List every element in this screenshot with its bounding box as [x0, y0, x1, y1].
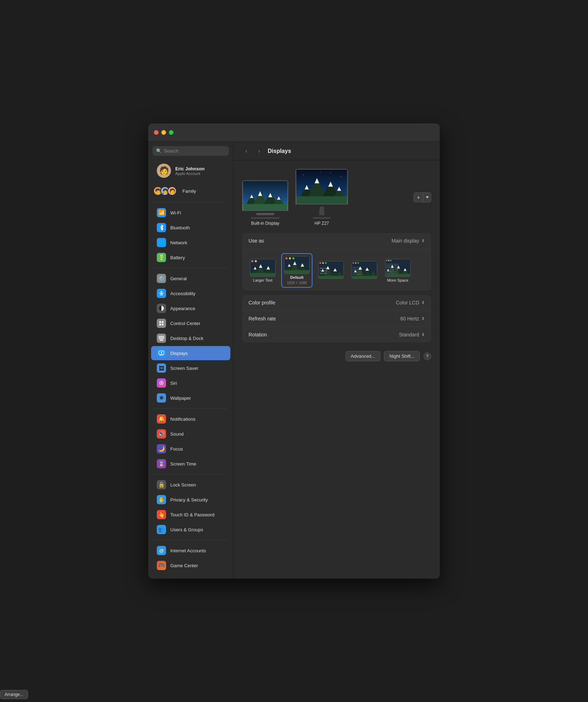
sidebar-item-control-center[interactable]: Control Center [151, 316, 230, 330]
default-sublabel: 1920 × 1080 [287, 281, 307, 285]
sidebar-item-privacy-security[interactable]: ✋ Privacy & Security [151, 493, 230, 507]
display-builtin: Built-in Display [242, 180, 288, 226]
resolution-options: Larger Text [248, 253, 426, 288]
rotation-stepper: ⬍ [421, 332, 425, 337]
svg-point-100 [390, 260, 392, 261]
sidebar-item-general[interactable]: ⚙️ General [151, 271, 230, 286]
color-profile-control[interactable]: Color LCD ⬍ [396, 300, 425, 305]
larger-text-label: Larger Text [253, 278, 273, 282]
display-screen-external[interactable] [295, 169, 348, 204]
svg-point-0 [161, 291, 162, 292]
sidebar-item-users-groups[interactable]: 👥 Users & Groups [151, 522, 230, 537]
sound-icon: 🔊 [157, 429, 166, 438]
back-button[interactable]: ‹ [242, 147, 251, 155]
family-avatars: 🧒 👧 🧑 [155, 186, 177, 196]
sidebar-item-accessibility[interactable]: Accessibility [151, 286, 230, 301]
res-option-more-space[interactable]: Here's to the crazy one troublemakers. T… [383, 257, 413, 284]
sidebar-item-notifications[interactable]: 🔔 Notifications [151, 412, 230, 426]
notifications-icon: 🔔 [157, 414, 166, 424]
sidebar-item-appearance[interactable]: Appearance [151, 301, 230, 315]
focus-label: Focus [170, 446, 183, 452]
system-settings-window: 🔍 🧑 Eric Johnson Apple Account 🧒 👧 🧑 Fam [148, 123, 440, 579]
svg-point-68 [325, 262, 327, 264]
svg-text:can quote them, design: can quote them, design [386, 268, 399, 270]
users-groups-label: Users & Groups [170, 527, 203, 532]
svg-rect-3 [162, 321, 164, 323]
resolution-row: Larger Text [242, 249, 431, 291]
advanced-button[interactable]: Advanced... [346, 351, 381, 361]
sidebar-item-siri[interactable]: Siri [151, 376, 230, 390]
sidebar-item-screen-time[interactable]: ⌛ Screen Time [151, 457, 230, 471]
displays-label: Displays [170, 351, 188, 356]
lock-screen-label: Lock Screen [170, 482, 196, 488]
divider-3 [154, 408, 228, 409]
desktop-dock-icon [157, 334, 166, 343]
rotation-value: Standard [399, 332, 419, 337]
use-as-value-text: Main display [391, 238, 419, 244]
network-icon: 🌐 [157, 238, 166, 247]
displays-icon [157, 349, 166, 358]
add-display-button[interactable]: + [413, 192, 423, 202]
displays-preview-row: Arrange... [242, 169, 431, 226]
search-input[interactable] [164, 148, 225, 154]
forward-button[interactable]: › [255, 147, 263, 155]
close-button[interactable] [154, 130, 159, 135]
search-box[interactable]: 🔍 [153, 146, 229, 156]
sidebar-item-battery[interactable]: 🔋 Battery [151, 250, 230, 265]
res-option-default[interactable]: Default 1920 × 1080 [281, 253, 312, 288]
night-shift-button[interactable]: Night Shift... [384, 351, 420, 361]
external-stand [319, 207, 325, 215]
accessibility-icon [157, 289, 166, 298]
refresh-rate-row: Refresh rate 60 Hertz ⬍ [242, 311, 431, 327]
divider-2 [154, 268, 228, 268]
sidebar-item-wifi[interactable]: 📶 Wi-Fi [151, 206, 230, 220]
use-as-stepper-icon: ⬍ [421, 238, 425, 243]
svg-point-32 [303, 174, 304, 175]
sidebar-item-game-center[interactable]: 🎮 Game Center [151, 558, 230, 573]
res-option-3[interactable]: Here's to t troublema ones who [316, 259, 346, 282]
sidebar-item-internet-accounts[interactable]: @ Internet Accounts [151, 543, 230, 558]
svg-point-99 [388, 260, 390, 261]
siri-icon [157, 378, 166, 388]
control-center-icon [157, 319, 166, 328]
divider-4 [154, 474, 228, 474]
svg-point-81 [353, 262, 354, 264]
svg-point-66 [319, 262, 321, 264]
main-content: ‹ › Displays Arrange... [234, 142, 440, 579]
sidebar-item-sound[interactable]: 🔊 Sound [151, 427, 230, 441]
user-section[interactable]: 🧑 Eric Johnson Apple Account [151, 160, 230, 181]
sidebar-item-displays[interactable]: Displays [151, 346, 230, 360]
use-as-value[interactable]: Main display ⬍ [391, 238, 425, 244]
user-name: Eric Johnson [175, 166, 204, 171]
svg-point-44 [251, 260, 253, 262]
rotation-control[interactable]: Standard ⬍ [399, 332, 425, 337]
res-preview-default [284, 256, 310, 274]
sidebar-item-touch-id[interactable]: 👆 Touch ID & Password [151, 507, 230, 522]
lock-screen-icon: 🔒 [157, 480, 166, 489]
sidebar-item-screen-saver[interactable]: 🖼 Screen Saver [151, 361, 230, 375]
family-section[interactable]: 🧒 👧 🧑 Family [151, 184, 230, 198]
sidebar-item-wallpaper[interactable]: ❄ Wallpaper [151, 391, 230, 405]
users-groups-icon: 👥 [157, 525, 166, 534]
display-screen-builtin[interactable] [242, 180, 288, 211]
sidebar-item-focus[interactable]: 🌙 Focus [151, 442, 230, 456]
sidebar-item-desktop-dock[interactable]: Desktop & Dock [151, 331, 230, 345]
help-button[interactable]: ? [423, 352, 431, 360]
minimize-button[interactable] [161, 130, 166, 135]
desktop-dock-label: Desktop & Dock [170, 336, 203, 341]
maximize-button[interactable] [169, 130, 173, 135]
wallpaper-label: Wallpaper [170, 395, 191, 401]
refresh-rate-control[interactable]: 60 Hertz ⬍ [400, 316, 425, 321]
sidebar-item-network[interactable]: 🌐 Network [151, 235, 230, 250]
svg-point-34 [341, 176, 341, 177]
svg-point-11 [161, 382, 162, 384]
res-option-4[interactable]: Here's to the c troublemakers. ones who … [349, 259, 379, 282]
rotation-row: Rotation Standard ⬍ [242, 327, 431, 342]
sidebar: 🔍 🧑 Eric Johnson Apple Account 🧒 👧 🧑 Fam [148, 142, 234, 579]
svg-rect-40 [250, 273, 275, 276]
sidebar-item-bluetooth[interactable]: Bluetooth [151, 220, 230, 235]
sidebar-item-lock-screen[interactable]: 🔒 Lock Screen [151, 478, 230, 492]
res-option-larger-text[interactable]: Larger Text [248, 257, 278, 284]
use-as-label: Use as [248, 238, 264, 244]
add-display-dropdown-button[interactable] [423, 192, 431, 202]
